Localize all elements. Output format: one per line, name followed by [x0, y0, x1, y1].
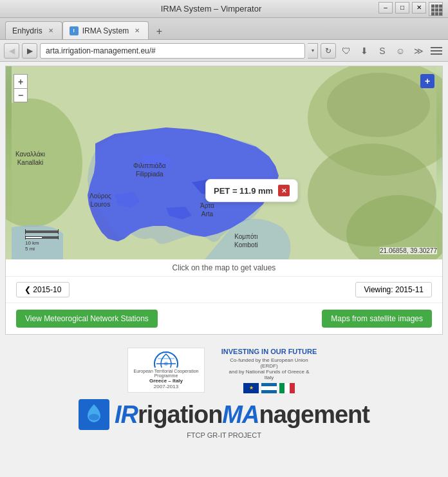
refresh-button[interactable]: ↻ [321, 43, 336, 59]
map-coordinates: 21.06858, 39.30277 [380, 247, 437, 254]
invest-future-logo: INVESTING IN OUR FUTURE Co-funded by the… [218, 348, 321, 393]
map-svg [6, 66, 442, 259]
svg-point-5 [327, 73, 430, 137]
eu-program-text: European Territorial Cooperation Program… [131, 369, 201, 378]
zoom-in-button[interactable]: + [14, 74, 28, 88]
map-tooltip: PET = 11.9 mm ✕ [205, 179, 298, 202]
main-content: + − + ΚαναλλάκιKanallaki ΦιλιππιάδαFilip… [5, 66, 443, 335]
label-louros: ΛούροςLouros [89, 192, 111, 209]
map-container[interactable]: + − + ΚαναλλάκιKanallaki ΦιλιππιάδαFilip… [6, 66, 442, 259]
tooltip-close-button[interactable]: ✕ [278, 185, 290, 196]
satellite-maps-button[interactable]: Maps from satellite images [322, 310, 432, 328]
irma-brand-text: IRrigationMAnagement [115, 402, 369, 427]
browser-icons: 🛡 ⬇ S ☺ ≫ [339, 43, 444, 59]
italian-flag-icon [279, 383, 295, 393]
maximize-button[interactable]: □ [395, 2, 409, 14]
viewing-label: Viewing: 2015-11 [355, 282, 432, 297]
greek-flag-icon [261, 383, 277, 393]
footer-logos: European Territorial Cooperation Program… [6, 348, 442, 393]
irma-logo-row: IRrigationMAnagement [6, 399, 442, 430]
tab-favicon-irma: I [70, 26, 79, 35]
forward-button[interactable]: ▶ [22, 43, 37, 59]
irma-ma: MA [222, 401, 259, 428]
label-filippiada: ΦιλιππιάδαFilippiada [133, 162, 166, 178]
irma-rigation: rigation [138, 401, 222, 428]
shield-icon[interactable]: 🛡 [339, 43, 354, 59]
download-icon[interactable]: ⬇ [357, 43, 372, 59]
scale-mi-label: 5 mi [25, 246, 59, 252]
irma-icon-svg [79, 399, 109, 430]
eu-countries-text: Greece – Italy [149, 378, 183, 384]
url-text: arta.irrigation-management.eu/# [46, 46, 156, 55]
tooltip-text: PET = 11.9 mm [214, 186, 273, 196]
invest-title: INVESTING IN OUR FUTURE [221, 348, 317, 355]
tab-label-irma: IRMA System [82, 26, 129, 35]
flags: ★ [243, 383, 295, 393]
eu-cooperation-logo: European Territorial Cooperation Program… [127, 348, 205, 393]
tab-close-enhydris[interactable]: ✕ [46, 26, 55, 35]
window-titlebar: IRMA System – Vimperator – □ ✕ [0, 0, 448, 18]
more-nav-icon[interactable]: ≫ [411, 43, 426, 59]
scale-km-label: 10 km [25, 240, 59, 246]
minimize-button[interactable]: – [378, 2, 393, 14]
url-bar[interactable]: arta.irrigation-management.eu/# [40, 43, 305, 59]
eu-years-text: 2007-2013 [154, 384, 178, 389]
hamburger-menu[interactable] [429, 43, 444, 59]
tab-close-irma[interactable]: ✕ [133, 26, 142, 35]
map-zoom-controls: + − [14, 74, 28, 102]
tab-label: Enhydris [12, 26, 42, 35]
map-scale: 10 km 5 mi [25, 229, 59, 252]
meteorological-stations-button[interactable]: View Meteorogical Network Stations [16, 310, 158, 328]
eu-flag-icon: ★ [243, 383, 259, 393]
irma-ir: IR [115, 401, 138, 428]
navigation-controls: ❮ 2015-10 Viewing: 2015-11 [6, 277, 442, 303]
window-controls: – □ ✕ [378, 2, 443, 16]
footer-area: European Territorial Cooperation Program… [0, 341, 448, 445]
url-dropdown-button[interactable]: ▾ [308, 43, 318, 59]
eu-circle-icon [153, 351, 179, 368]
tab-irma[interactable]: I IRMA System ✕ [62, 21, 149, 39]
map-info-text: Click on the map to get values [6, 259, 442, 277]
invest-subtitle: Co-funded by the European Union (ERDF)an… [224, 357, 314, 380]
svg-point-9 [89, 414, 99, 420]
label-komboti: ΚομπότιKomboti [234, 232, 258, 249]
irma-subtitle: FTCP GR-IT PROJECT [6, 431, 442, 439]
zoom-out-button[interactable]: − [14, 88, 28, 102]
svg-point-7 [164, 362, 168, 366]
emoji-icon[interactable]: ☺ [393, 43, 408, 59]
apps-button[interactable] [429, 2, 443, 16]
tab-enhydris[interactable]: Enhydris ✕ [5, 21, 62, 39]
irma-drop-icon [79, 399, 109, 430]
sync-icon[interactable]: S [375, 43, 390, 59]
browser-tabs: Enhydris ✕ I IRMA System ✕ + [0, 18, 448, 40]
prev-period-button[interactable]: ❮ 2015-10 [16, 282, 70, 297]
window-title: IRMA System – Vimperator [44, 4, 378, 14]
label-arta: ΆρταArta [200, 201, 214, 218]
map-expand-button[interactable]: + [420, 74, 434, 88]
irma-nagement: nagement [259, 401, 369, 428]
label-kanallaki: ΚαναλλάκιKanallaki [15, 150, 45, 167]
back-button[interactable]: ◀ [4, 43, 19, 59]
address-bar-row: ◀ ▶ arta.irrigation-management.eu/# ▾ ↻ … [0, 40, 448, 62]
action-buttons: View Meteorogical Network Stations Maps … [6, 303, 442, 334]
new-tab-button[interactable]: + [151, 24, 167, 39]
close-button[interactable]: ✕ [412, 2, 426, 14]
